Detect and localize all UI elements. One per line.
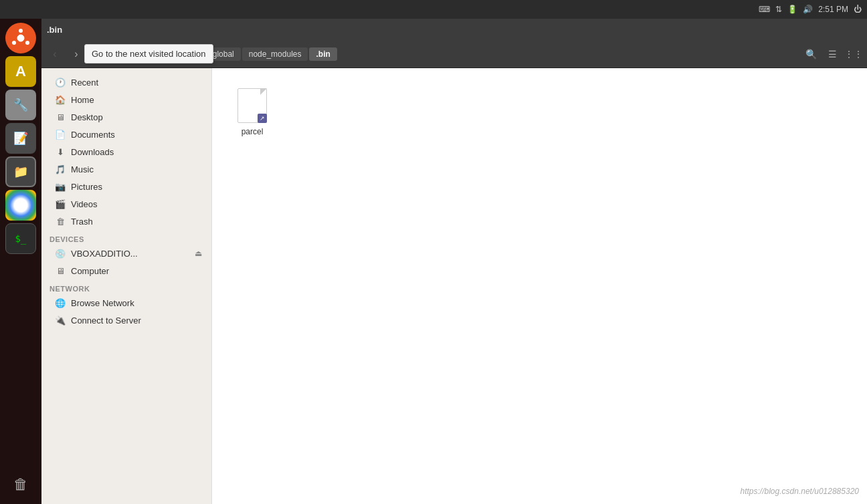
dock-system-tools[interactable]: 🔧 bbox=[5, 90, 36, 120]
toolbar: ‹ › Go to the next visited location 🏠 Ho… bbox=[41, 40, 867, 68]
sidebar-item-connect-server[interactable]: 🔌 Connect to Server bbox=[41, 311, 211, 329]
breadcrumb-node-modules[interactable]: node_modules bbox=[242, 47, 308, 61]
dock-font-viewer[interactable]: A bbox=[5, 56, 36, 87]
sidebar-item-computer[interactable]: 🖥 Computer bbox=[41, 262, 211, 279]
documents-icon: 📄 bbox=[55, 130, 66, 140]
tooltip: Go to the next visited location bbox=[84, 44, 213, 64]
options-button[interactable]: ⋮⋮ bbox=[844, 45, 863, 64]
sidebar-item-recent[interactable]: 🕐 Recent bbox=[41, 74, 211, 91]
clock: 2:51 PM bbox=[818, 5, 848, 14]
svg-point-2 bbox=[19, 29, 23, 33]
file-area: ↗ parcel https://blog.csdn.net/u01288532… bbox=[212, 68, 867, 504]
file-name: parcel bbox=[242, 127, 264, 136]
sidebar-item-music[interactable]: 🎵 Music bbox=[41, 160, 211, 178]
file-icon: ↗ bbox=[236, 87, 268, 124]
dock: A 🔧 📝 📁 $_ 🗑 bbox=[0, 19, 41, 504]
dock-trash[interactable]: 🗑 bbox=[5, 469, 36, 500]
network-icon[interactable]: ⇅ bbox=[775, 5, 782, 14]
window-title: .bin bbox=[47, 25, 62, 35]
desktop-icon: 🖥 bbox=[55, 112, 66, 122]
file-manager-window: .bin ‹ › Go to the next visited location… bbox=[41, 19, 867, 504]
sidebar-item-browse-network[interactable]: 🌐 Browse Network bbox=[41, 294, 211, 311]
vbox-label: VBOXADDITIO... bbox=[71, 249, 188, 259]
network-section-label: Network bbox=[41, 279, 211, 294]
file-item-parcel[interactable]: ↗ parcel bbox=[225, 82, 279, 142]
watermark: https://blog.csdn.net/u012885320 bbox=[741, 487, 859, 496]
connect-server-icon: 🔌 bbox=[55, 316, 66, 326]
dock-text-editor[interactable]: 📝 bbox=[5, 123, 36, 154]
svg-point-3 bbox=[12, 41, 16, 45]
dock-terminal[interactable]: $_ bbox=[5, 223, 36, 254]
system-bar: ⌨ ⇅ 🔋 🔊 2:51 PM ⏻ bbox=[0, 0, 867, 19]
sidebar-item-home[interactable]: 🏠 Home bbox=[41, 91, 211, 108]
sidebar-item-trash[interactable]: 🗑 Trash bbox=[41, 213, 211, 230]
breadcrumb-bin[interactable]: .bin bbox=[309, 47, 336, 61]
pictures-icon: 📷 bbox=[55, 182, 66, 192]
forward-button[interactable]: › bbox=[67, 45, 86, 64]
toolbar-right: 🔍 ☰ ⋮⋮ bbox=[801, 45, 863, 64]
recent-icon: 🕐 bbox=[55, 78, 66, 88]
view-menu-button[interactable]: ☰ bbox=[823, 45, 842, 64]
dock-chrome[interactable] bbox=[5, 190, 36, 221]
sidebar: 🕐 Recent 🏠 Home 🖥 Desktop 📄 Documents ⬇ … bbox=[41, 68, 212, 504]
volume-icon[interactable]: 🔊 bbox=[803, 5, 813, 14]
title-bar: .bin bbox=[41, 19, 867, 40]
dock-ubuntu[interactable] bbox=[5, 23, 36, 53]
sidebar-item-desktop[interactable]: 🖥 Desktop bbox=[41, 108, 211, 126]
back-button[interactable]: ‹ bbox=[45, 45, 64, 64]
videos-icon: 🎬 bbox=[55, 199, 66, 209]
sidebar-item-vbox[interactable]: 💿 VBOXADDITIO... ⏏ bbox=[41, 245, 211, 262]
sidebar-item-videos[interactable]: 🎬 Videos bbox=[41, 195, 211, 213]
sidebar-item-downloads[interactable]: ⬇ Downloads bbox=[41, 143, 211, 160]
keyboard-icon[interactable]: ⌨ bbox=[759, 5, 770, 14]
trash-icon: 🗑 bbox=[55, 217, 66, 227]
svg-point-4 bbox=[25, 41, 29, 45]
downloads-icon: ⬇ bbox=[55, 147, 66, 157]
svg-point-1 bbox=[17, 35, 24, 41]
battery-icon[interactable]: 🔋 bbox=[787, 5, 797, 14]
browse-network-icon: 🌐 bbox=[55, 298, 66, 308]
sidebar-item-pictures[interactable]: 📷 Pictures bbox=[41, 178, 211, 195]
music-icon: 🎵 bbox=[55, 164, 66, 174]
devices-section-label: Devices bbox=[41, 230, 211, 245]
sidebar-item-documents[interactable]: 📄 Documents bbox=[41, 126, 211, 143]
vbox-icon: 💿 bbox=[55, 249, 66, 259]
eject-button[interactable]: ⏏ bbox=[193, 247, 203, 259]
dock-files[interactable]: 📁 bbox=[5, 156, 36, 187]
computer-icon: 🖥 bbox=[55, 266, 66, 276]
content-area: 🕐 Recent 🏠 Home 🖥 Desktop 📄 Documents ⬇ … bbox=[41, 68, 867, 504]
home-sidebar-icon: 🏠 bbox=[55, 95, 66, 105]
power-icon[interactable]: ⏻ bbox=[854, 5, 862, 14]
search-button[interactable]: 🔍 bbox=[801, 45, 820, 64]
